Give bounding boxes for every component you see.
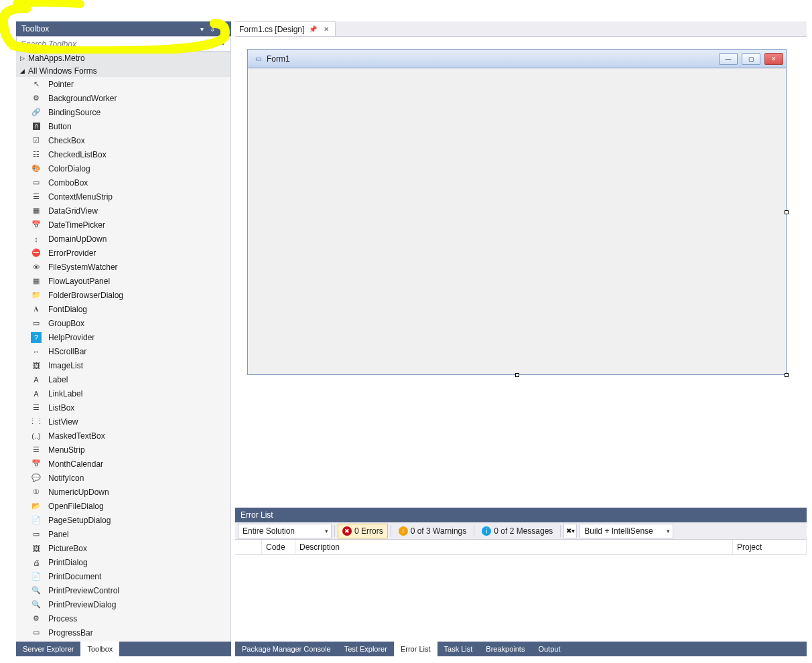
toolbox-item-notifyicon[interactable]: 💬NotifyIcon [16, 471, 230, 485]
toolbox-item-pagesetupdialog[interactable]: 📄PageSetupDialog [16, 513, 230, 527]
toolbox-item-panel[interactable]: ▭Panel [16, 527, 230, 541]
pin-icon[interactable]: 📌 [308, 25, 318, 34]
toolbox-item-datagridview[interactable]: ▦DataGridView [16, 204, 230, 218]
toolbox-item-checkedlistbox[interactable]: ☷CheckedListBox [16, 147, 230, 161]
checkedlistbox-icon: ☷ [31, 149, 42, 160]
toolbox-item-errorprovider[interactable]: ⛔ErrorProvider [16, 246, 230, 260]
tab-server-explorer[interactable]: Server Explorer [16, 642, 80, 656]
flowlayoutpanel-icon: ▦ [31, 276, 42, 287]
errors-filter[interactable]: ✖ 0 Errors [338, 524, 388, 538]
toolbox-item-fontdialog[interactable]: 𝐀FontDialog [16, 302, 230, 316]
toolbox-item-filesystemwatcher[interactable]: 👁FileSystemWatcher [16, 260, 230, 274]
toolbox-item-bindingsource[interactable]: 🔗BindingSource [16, 105, 230, 119]
pin-icon[interactable]: ⇩ [207, 23, 218, 34]
toolbox-item-printpreviewcontrol[interactable]: 🔍PrintPreviewControl [16, 583, 230, 597]
toolbox-item-hscrollbar[interactable]: ↔HScrollBar [16, 344, 230, 358]
form-window[interactable]: ▭ Form1 — ▢ ✕ [247, 49, 787, 375]
search-dropdown-icon[interactable]: ▾ [216, 41, 230, 47]
designer-surface[interactable]: ▭ Form1 — ▢ ✕ [235, 36, 807, 508]
bindingsource-icon: 🔗 [31, 107, 42, 118]
toolbox-item-label: DataGridView [48, 206, 98, 216]
toolbox-item-helpprovider[interactable]: ?HelpProvider [16, 330, 230, 344]
tab-breakpoints[interactable]: Breakpoints [479, 642, 531, 656]
toolbox-item-linklabel[interactable]: ALinkLabel [16, 386, 230, 400]
toolbox-item-maskedtextbox[interactable]: (..)MaskedTextBox [16, 429, 230, 443]
toolbox-tree[interactable]: ▷ MahApps.Metro ◢ All Windows Forms ↖Poi… [16, 52, 231, 642]
tab-error-list[interactable]: Error List [394, 642, 437, 656]
scope-dropdown[interactable]: Entire Solution [238, 524, 332, 538]
tab-task-list[interactable]: Task List [437, 642, 480, 656]
warnings-count: 0 of 3 Warnings [411, 526, 467, 536]
resize-handle-corner[interactable] [785, 373, 789, 377]
toolbox-item-menustrip[interactable]: ☰MenuStrip [16, 443, 230, 457]
col-code[interactable]: Code [262, 540, 295, 554]
error-list-panel: Error List Entire Solution ✖ 0 Errors ! … [235, 508, 807, 656]
toolbox-item-contextmenustrip[interactable]: ☰ContextMenuStrip [16, 190, 230, 204]
col-project[interactable]: Project [733, 540, 807, 554]
category-mahapps[interactable]: ▷ MahApps.Metro [16, 52, 230, 64]
toolbox-item-printdialog[interactable]: 🖨PrintDialog [16, 555, 230, 569]
toolbox-item-datetimepicker[interactable]: 📅DateTimePicker [16, 218, 230, 232]
errors-count: 0 Errors [354, 526, 383, 536]
toolbox-item-flowlayoutpanel[interactable]: ▦FlowLayoutPanel [16, 274, 230, 288]
close-icon[interactable]: ✕ [218, 23, 228, 34]
col-icon[interactable] [235, 540, 262, 554]
toolbox-search[interactable]: 🔍 ▾ [16, 36, 231, 52]
tab-package-manager-console[interactable]: Package Manager Console [235, 642, 338, 656]
imagelist-icon: 🖼 [31, 360, 42, 371]
category-all-windows-forms[interactable]: ◢ All Windows Forms [16, 64, 230, 77]
printdialog-icon: 🖨 [31, 557, 42, 568]
toolbox-item-label: ImageList [48, 361, 83, 370]
close-icon[interactable]: ✕ [322, 25, 331, 34]
toolbox-item-domainupdown[interactable]: ↕DomainUpDown [16, 232, 230, 246]
toolbox-item-progressbar[interactable]: ▭ProgressBar [16, 625, 230, 640]
search-input[interactable] [17, 38, 201, 50]
build-filter-dropdown[interactable]: Build + IntelliSense [580, 524, 673, 538]
toolbox-item-backgroundworker[interactable]: ⚙BackgroundWorker [16, 91, 230, 105]
warnings-filter[interactable]: ! 0 of 3 Warnings [394, 524, 472, 538]
tab-toolbox[interactable]: Toolbox [80, 642, 119, 656]
progressbar-icon: ▭ [31, 628, 42, 638]
toolbox-item-groupbox[interactable]: ▭GroupBox [16, 316, 230, 330]
toolbox-item-listbox[interactable]: ☰ListBox [16, 400, 230, 415]
toolbox-item-pointer[interactable]: ↖Pointer [16, 77, 230, 91]
toolbox-item-label: Label [48, 375, 68, 384]
toolbox-item-printdocument[interactable]: 📄PrintDocument [16, 569, 230, 583]
toolbox-item-button[interactable]: 🅰Button [16, 119, 230, 133]
toolbox-item-picturebox[interactable]: 🖼PictureBox [16, 541, 230, 555]
document-tab-form1[interactable]: Form1.cs [Design] 📌 ✕ [235, 21, 336, 36]
toolbox-item-label: ContextMenuStrip [48, 192, 113, 202]
clear-filter-button[interactable]: ✖▾ [563, 524, 577, 538]
toolbox-item-imagelist[interactable]: 🖼ImageList [16, 358, 230, 372]
toolbox-item-colordialog[interactable]: 🎨ColorDialog [16, 161, 230, 175]
toolbox-item-checkbox[interactable]: ☑CheckBox [16, 133, 230, 147]
category-label: All Windows Forms [28, 66, 97, 76]
maximize-button[interactable]: ▢ [742, 53, 760, 65]
search-icon[interactable]: 🔍 [201, 40, 216, 49]
col-description[interactable]: Description [295, 540, 733, 554]
toolbox-item-listview[interactable]: ⋮⋮ListView [16, 415, 230, 429]
toolbox-item-label: PrintDocument [48, 572, 101, 581]
toolbox-item-label[interactable]: ALabel [16, 372, 230, 386]
resize-handle-right[interactable] [785, 210, 789, 214]
toolbox-item-label: ErrorProvider [48, 248, 96, 258]
dropdown-icon[interactable]: ▾ [196, 23, 207, 34]
toolbox-item-printpreviewdialog[interactable]: 🔍PrintPreviewDialog [16, 597, 230, 611]
error-grid-header: Code Description Project [235, 540, 807, 555]
toolbox-item-openfiledialog[interactable]: 📂OpenFileDialog [16, 499, 230, 513]
collapse-icon: ◢ [20, 68, 28, 74]
category-label: MahApps.Metro [28, 54, 85, 63]
close-button[interactable]: ✕ [764, 53, 783, 65]
label-icon: A [31, 374, 42, 385]
toolbox-item-monthcalendar[interactable]: 📅MonthCalendar [16, 457, 230, 471]
toolbox-item-folderbrowserdialog[interactable]: 📁FolderBrowserDialog [16, 288, 230, 302]
toolbox-item-numericupdown[interactable]: ①NumericUpDown [16, 485, 230, 499]
toolbox-item-process[interactable]: ⚙Process [16, 611, 230, 625]
tab-output[interactable]: Output [531, 642, 567, 656]
toolbox-item-combobox[interactable]: ▭ComboBox [16, 175, 230, 190]
messages-filter[interactable]: i 0 of 2 Messages [477, 524, 557, 538]
minimize-button[interactable]: — [719, 53, 738, 65]
separator [334, 525, 335, 537]
resize-handle-bottom[interactable] [515, 373, 519, 377]
tab-test-explorer[interactable]: Test Explorer [338, 642, 394, 656]
